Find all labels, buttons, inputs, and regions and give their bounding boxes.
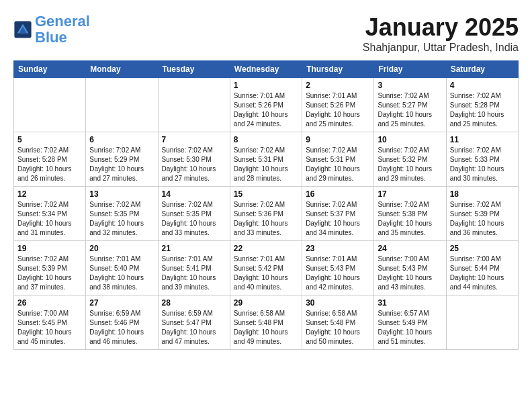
day-number: 4 xyxy=(450,81,515,90)
day-info: Sunrise: 7:02 AM Sunset: 5:30 PM Dayligh… xyxy=(162,146,226,183)
day-info: Sunrise: 7:01 AM Sunset: 5:42 PM Dayligh… xyxy=(234,255,298,292)
day-number: 28 xyxy=(162,298,226,308)
calendar-cell: 3Sunrise: 7:02 AM Sunset: 5:27 PM Daylig… xyxy=(374,78,446,132)
day-info: Sunrise: 7:00 AM Sunset: 5:43 PM Dayligh… xyxy=(378,255,442,292)
day-info: Sunrise: 7:02 AM Sunset: 5:29 PM Dayligh… xyxy=(89,146,154,183)
week-row-3: 12Sunrise: 7:02 AM Sunset: 5:34 PM Dayli… xyxy=(14,187,519,241)
day-number: 26 xyxy=(17,298,82,308)
calendar-cell: 2Sunrise: 7:01 AM Sunset: 5:26 PM Daylig… xyxy=(302,78,374,132)
logo-general: General xyxy=(35,13,90,30)
calendar-cell: 15Sunrise: 7:02 AM Sunset: 5:36 PM Dayli… xyxy=(230,187,302,241)
day-number: 27 xyxy=(89,298,154,308)
calendar-cell: 26Sunrise: 7:00 AM Sunset: 5:45 PM Dayli… xyxy=(14,295,86,350)
calendar-cell xyxy=(158,78,230,132)
calendar-cell: 29Sunrise: 6:58 AM Sunset: 5:48 PM Dayli… xyxy=(230,295,302,350)
day-info: Sunrise: 7:01 AM Sunset: 5:26 PM Dayligh… xyxy=(306,91,370,129)
calendar-cell: 11Sunrise: 7:02 AM Sunset: 5:33 PM Dayli… xyxy=(446,132,518,187)
day-number: 30 xyxy=(306,298,370,308)
day-number: 6 xyxy=(89,135,154,144)
day-info: Sunrise: 6:58 AM Sunset: 5:48 PM Dayligh… xyxy=(306,309,370,347)
day-info: Sunrise: 7:02 AM Sunset: 5:32 PM Dayligh… xyxy=(378,146,442,183)
page-header: General Blue January 2025 Shahjanpur, Ut… xyxy=(13,13,519,54)
day-info: Sunrise: 7:02 AM Sunset: 5:37 PM Dayligh… xyxy=(306,200,370,238)
calendar-cell: 5Sunrise: 7:02 AM Sunset: 5:28 PM Daylig… xyxy=(14,132,86,187)
day-number: 29 xyxy=(234,298,298,308)
logo-blue: Blue xyxy=(35,29,67,46)
calendar-cell: 7Sunrise: 7:02 AM Sunset: 5:30 PM Daylig… xyxy=(158,132,230,187)
day-info: Sunrise: 6:59 AM Sunset: 5:47 PM Dayligh… xyxy=(162,309,226,347)
calendar-cell: 24Sunrise: 7:00 AM Sunset: 5:43 PM Dayli… xyxy=(374,241,446,295)
weekday-header-row: SundayMondayTuesdayWednesdayThursdayFrid… xyxy=(14,61,519,78)
day-number: 5 xyxy=(17,135,82,144)
day-info: Sunrise: 6:58 AM Sunset: 5:48 PM Dayligh… xyxy=(234,309,298,347)
calendar-table: SundayMondayTuesdayWednesdayThursdayFrid… xyxy=(13,60,519,350)
weekday-header-thursday: Thursday xyxy=(302,61,374,78)
day-info: Sunrise: 7:01 AM Sunset: 5:41 PM Dayligh… xyxy=(162,255,226,292)
day-info: Sunrise: 7:02 AM Sunset: 5:31 PM Dayligh… xyxy=(234,146,298,183)
calendar-cell: 13Sunrise: 7:02 AM Sunset: 5:35 PM Dayli… xyxy=(86,187,158,241)
day-info: Sunrise: 7:01 AM Sunset: 5:40 PM Dayligh… xyxy=(89,255,154,292)
day-number: 11 xyxy=(450,135,515,144)
calendar-cell: 22Sunrise: 7:01 AM Sunset: 5:42 PM Dayli… xyxy=(230,241,302,295)
day-info: Sunrise: 7:01 AM Sunset: 5:26 PM Dayligh… xyxy=(234,91,298,129)
day-number: 24 xyxy=(378,244,442,253)
day-info: Sunrise: 7:02 AM Sunset: 5:35 PM Dayligh… xyxy=(162,200,226,238)
calendar-cell: 17Sunrise: 7:02 AM Sunset: 5:38 PM Dayli… xyxy=(374,187,446,241)
logo: General Blue xyxy=(13,13,90,46)
weekday-header-sunday: Sunday xyxy=(14,61,86,78)
calendar-cell: 28Sunrise: 6:59 AM Sunset: 5:47 PM Dayli… xyxy=(158,295,230,350)
day-info: Sunrise: 7:02 AM Sunset: 5:39 PM Dayligh… xyxy=(450,200,515,238)
day-number: 8 xyxy=(234,135,298,144)
weekday-header-friday: Friday xyxy=(374,61,446,78)
calendar-cell: 12Sunrise: 7:02 AM Sunset: 5:34 PM Dayli… xyxy=(14,187,86,241)
calendar-cell: 4Sunrise: 7:02 AM Sunset: 5:28 PM Daylig… xyxy=(446,78,518,132)
day-number: 14 xyxy=(162,189,226,199)
day-number: 1 xyxy=(234,81,298,90)
logo-text: General Blue xyxy=(35,13,90,46)
logo-icon xyxy=(13,20,32,39)
day-info: Sunrise: 6:57 AM Sunset: 5:49 PM Dayligh… xyxy=(378,309,442,347)
calendar-cell: 23Sunrise: 7:01 AM Sunset: 5:43 PM Dayli… xyxy=(302,241,374,295)
day-info: Sunrise: 7:02 AM Sunset: 5:34 PM Dayligh… xyxy=(17,200,82,238)
calendar-cell: 10Sunrise: 7:02 AM Sunset: 5:32 PM Dayli… xyxy=(374,132,446,187)
day-info: Sunrise: 7:02 AM Sunset: 5:27 PM Dayligh… xyxy=(378,91,442,129)
day-info: Sunrise: 7:00 AM Sunset: 5:44 PM Dayligh… xyxy=(450,255,515,292)
weekday-header-wednesday: Wednesday xyxy=(230,61,302,78)
calendar-cell xyxy=(14,78,86,132)
week-row-4: 19Sunrise: 7:02 AM Sunset: 5:39 PM Dayli… xyxy=(14,241,519,295)
day-number: 31 xyxy=(378,298,442,308)
day-number: 13 xyxy=(89,189,154,199)
day-info: Sunrise: 7:02 AM Sunset: 5:39 PM Dayligh… xyxy=(17,255,82,292)
day-info: Sunrise: 6:59 AM Sunset: 5:46 PM Dayligh… xyxy=(89,309,154,347)
week-row-1: 1Sunrise: 7:01 AM Sunset: 5:26 PM Daylig… xyxy=(14,78,519,132)
week-row-5: 26Sunrise: 7:00 AM Sunset: 5:45 PM Dayli… xyxy=(14,295,519,350)
day-number: 17 xyxy=(378,189,442,199)
calendar-cell: 8Sunrise: 7:02 AM Sunset: 5:31 PM Daylig… xyxy=(230,132,302,187)
day-number: 10 xyxy=(378,135,442,144)
day-number: 19 xyxy=(17,244,82,253)
calendar-cell: 30Sunrise: 6:58 AM Sunset: 5:48 PM Dayli… xyxy=(302,295,374,350)
month-title: January 2025 xyxy=(363,13,519,42)
day-number: 20 xyxy=(89,244,154,253)
calendar-cell: 20Sunrise: 7:01 AM Sunset: 5:40 PM Dayli… xyxy=(86,241,158,295)
calendar-cell: 9Sunrise: 7:02 AM Sunset: 5:31 PM Daylig… xyxy=(302,132,374,187)
weekday-header-monday: Monday xyxy=(86,61,158,78)
day-number: 22 xyxy=(234,244,298,253)
calendar-cell: 18Sunrise: 7:02 AM Sunset: 5:39 PM Dayli… xyxy=(446,187,518,241)
location: Shahjanpur, Uttar Pradesh, India xyxy=(363,42,519,54)
calendar-cell: 14Sunrise: 7:02 AM Sunset: 5:35 PM Dayli… xyxy=(158,187,230,241)
day-info: Sunrise: 7:02 AM Sunset: 5:33 PM Dayligh… xyxy=(450,146,515,183)
day-number: 15 xyxy=(234,189,298,199)
calendar-cell: 6Sunrise: 7:02 AM Sunset: 5:29 PM Daylig… xyxy=(86,132,158,187)
calendar-cell xyxy=(86,78,158,132)
weekday-header-saturday: Saturday xyxy=(446,61,518,78)
calendar-cell xyxy=(446,295,518,350)
calendar-cell: 25Sunrise: 7:00 AM Sunset: 5:44 PM Dayli… xyxy=(446,241,518,295)
calendar-cell: 19Sunrise: 7:02 AM Sunset: 5:39 PM Dayli… xyxy=(14,241,86,295)
day-number: 9 xyxy=(306,135,370,144)
day-number: 23 xyxy=(306,244,370,253)
day-number: 7 xyxy=(162,135,226,144)
week-row-2: 5Sunrise: 7:02 AM Sunset: 5:28 PM Daylig… xyxy=(14,132,519,187)
day-info: Sunrise: 7:02 AM Sunset: 5:28 PM Dayligh… xyxy=(17,146,82,183)
day-number: 3 xyxy=(378,81,442,90)
